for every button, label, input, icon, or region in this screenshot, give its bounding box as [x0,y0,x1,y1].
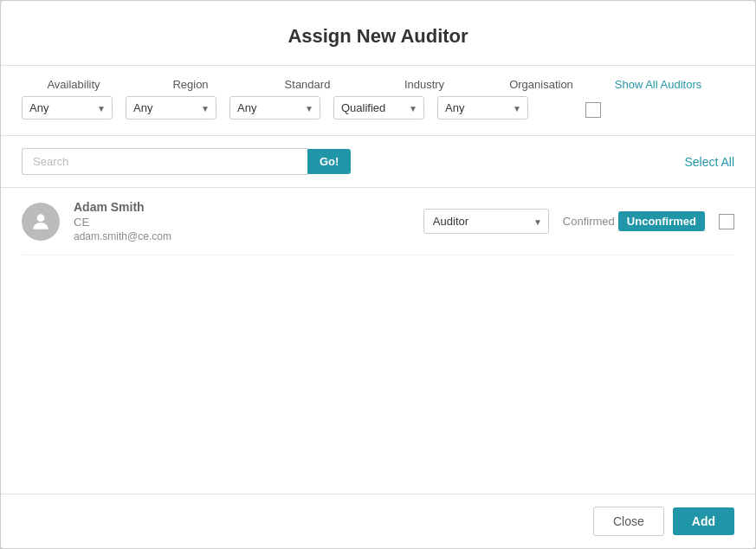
show-all-auditors-checkbox[interactable] [585,102,601,118]
region-label: Region [139,78,242,91]
filter-controls-row: Any Available Unavailable ▼ Any ▼ Any ▼ [22,96,734,119]
modal-title: Assign New Auditor [1,1,755,65]
industry-label: Industry [372,78,476,91]
availability-select-wrap: Any Available Unavailable ▼ [22,96,113,119]
standard-select-wrap: Any ▼ [229,96,320,119]
auditor-row-checkbox[interactable] [719,214,734,229]
organisation-select-wrap: Any ▼ [437,96,528,119]
assign-auditor-modal: Assign New Auditor Availability Region S… [0,0,756,549]
availability-label: Availability [22,78,126,91]
availability-select[interactable]: Any Available Unavailable [22,96,113,119]
filter-labels-row: Availability Region Standard Industry Or… [22,78,734,91]
add-button[interactable]: Add [673,507,734,535]
go-button[interactable]: Go! [307,149,351,174]
auditor-info: Adam Smith CE adam.smith@ce.com [74,200,410,242]
search-input[interactable] [22,148,307,175]
region-select-wrap: Any ▼ [126,96,216,119]
auditor-org: CE [74,216,410,229]
modal-footer: Close Add [1,494,755,548]
close-button[interactable]: Close [593,507,664,536]
role-select-wrap: Auditor Lead Auditor Technical Expert ▼ [423,209,549,234]
select-all-link[interactable]: Select All [684,155,734,169]
show-all-checkbox-wrap [541,99,645,118]
auditor-name: Adam Smith [74,200,410,214]
svg-point-0 [37,214,45,222]
filter-section: Availability Region Standard Industry Or… [1,65,755,136]
organisation-select[interactable]: Any [437,96,528,119]
search-left: Go! [22,148,351,175]
results-section: Adam Smith CE adam.smith@ce.com Auditor … [1,188,755,494]
search-section: Go! Select All [1,136,755,188]
industry-select[interactable]: Qualified Any [333,96,424,119]
table-row: Adam Smith CE adam.smith@ce.com Auditor … [22,188,734,255]
auditor-email: adam.smith@ce.com [74,230,410,242]
standard-select[interactable]: Any [229,96,320,119]
unconfirmed-badge[interactable]: Unconfirmed [618,211,705,231]
organisation-label: Organisation [489,78,593,91]
show-all-auditors-label: Show All Auditors [606,78,710,91]
confirmed-label: Confirmed [563,215,615,228]
confirmed-toggle: Confirmed Unconfirmed [563,211,705,231]
region-select[interactable]: Any [126,96,216,119]
avatar [22,203,60,241]
standard-label: Standard [255,78,359,91]
industry-select-wrap: Qualified Any ▼ [333,96,424,119]
role-select[interactable]: Auditor Lead Auditor Technical Expert [423,209,549,234]
